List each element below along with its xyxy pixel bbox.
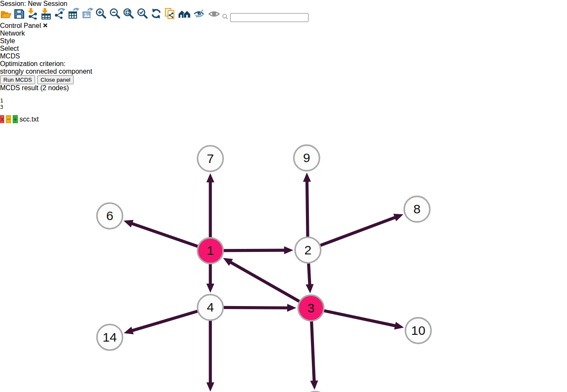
search-icon (222, 14, 230, 21)
control-panel-title: Control Panel (0, 22, 41, 29)
zoom-fit-icon[interactable] (123, 14, 136, 21)
node-label-3: 3 (307, 301, 314, 315)
arrowhead-icon (206, 284, 215, 293)
export-image-icon[interactable] (82, 14, 95, 21)
first-neighbors-icon[interactable] (178, 14, 193, 21)
network-close-icon[interactable]: x (0, 115, 4, 123)
main-area: Control Panel NetworkStyleSelectMCDS Opt… (0, 22, 567, 392)
control-panel-header: Control Panel (0, 22, 567, 30)
edge-4-3[interactable] (224, 307, 289, 308)
mcds-result-values: 1 3 (0, 97, 567, 110)
node-label-14: 14 (103, 330, 117, 344)
save-session-icon[interactable] (14, 14, 26, 21)
arrowhead-icon (206, 173, 215, 182)
arrowhead-icon (394, 214, 404, 221)
network-view-window: x − + scc.txt 7968124314101511 (0, 116, 567, 392)
network-graph[interactable]: 7968124314101511 (0, 123, 567, 392)
close-panel-icon[interactable] (43, 22, 48, 29)
edge-2-8[interactable] (320, 217, 396, 246)
arrowhead-icon (284, 246, 293, 254)
mcds-result-list[interactable]: 1 3 (0, 97, 567, 110)
zoom-out-icon[interactable] (109, 14, 123, 21)
edge-1-2[interactable] (224, 250, 286, 251)
apply-layout-icon[interactable] (150, 14, 164, 21)
show-all-icon[interactable] (208, 14, 222, 21)
zoom-in-icon[interactable] (95, 14, 109, 21)
network-minimize-icon[interactable]: − (6, 115, 11, 123)
arrowhead-icon (310, 381, 318, 390)
export-table-icon[interactable] (68, 14, 81, 21)
network-canvas[interactable]: 7968124314101511 (0, 123, 567, 392)
edge-1-6[interactable] (131, 223, 198, 246)
search-box (222, 14, 308, 21)
arrowhead-icon (287, 304, 297, 312)
run-mcds-button[interactable]: Run MCDS (0, 75, 35, 84)
optimization-criterion-label: Optimization criterion: (0, 60, 567, 68)
tab-mcds[interactable]: MCDS (0, 52, 567, 60)
mcds-result-title: MCDS result (2 nodes) (0, 84, 69, 91)
node-label-4: 4 (207, 300, 214, 314)
network-view-title: scc.txt (19, 116, 39, 123)
arrowhead-icon (124, 327, 134, 334)
network-view-titlebar[interactable]: x − + scc.txt (0, 116, 567, 123)
edge-4-14[interactable] (131, 311, 197, 331)
arrowhead-icon (306, 284, 314, 293)
tab-network[interactable]: Network (0, 30, 567, 37)
arrowhead-icon (303, 173, 311, 182)
mcds-panel: Optimization criterion: strongly connect… (0, 60, 567, 110)
arrowhead-icon (394, 322, 404, 329)
node-label-2: 2 (304, 243, 311, 257)
node-label-7: 7 (207, 152, 214, 166)
node-label-8: 8 (413, 202, 421, 216)
mcds-result-box: MCDS result (2 nodes) 1 3 (0, 84, 567, 110)
application-window: Session: New Session (0, 0, 567, 392)
arrowhead-icon (206, 382, 215, 392)
edge-2-3[interactable] (308, 263, 310, 285)
export-network-icon[interactable] (54, 14, 68, 21)
main-toolbar (0, 8, 567, 22)
node-label-6: 6 (106, 209, 113, 223)
edge-3-1[interactable] (230, 262, 299, 301)
import-table-icon[interactable] (40, 14, 54, 21)
node-label-9: 9 (303, 151, 310, 165)
tab-style[interactable]: Style (0, 37, 567, 45)
clone-network-icon[interactable] (164, 14, 177, 21)
open-session-icon[interactable] (0, 14, 14, 21)
search-input[interactable] (230, 13, 308, 22)
node-label-1: 1 (207, 243, 214, 257)
criterion-select[interactable]: strongly connected component (0, 68, 567, 75)
edge-3-11[interactable] (311, 321, 314, 382)
node-label-10: 10 (411, 323, 426, 337)
zoom-selected-icon[interactable] (137, 14, 150, 21)
control-tabs: NetworkStyleSelectMCDS (0, 30, 567, 60)
window-title: Session: New Session (0, 0, 567, 8)
edge-3-10[interactable] (324, 311, 396, 326)
tab-select[interactable]: Select (0, 45, 567, 52)
window-titlebar: Session: New Session (0, 0, 567, 8)
network-maximize-icon[interactable]: + (13, 115, 17, 123)
import-network-icon[interactable] (27, 14, 40, 21)
hide-selected-icon[interactable] (193, 14, 207, 21)
arrowhead-icon (124, 220, 133, 228)
workspace: x − + scc.txt 7968124314101511 Table Pan… (0, 116, 567, 392)
close-panel-button[interactable]: Close panel (37, 75, 74, 84)
control-panel: Control Panel NetworkStyleSelectMCDS Opt… (0, 22, 567, 110)
criterion-select-value: strongly connected component (0, 68, 92, 75)
edge-2-9[interactable] (307, 180, 308, 237)
